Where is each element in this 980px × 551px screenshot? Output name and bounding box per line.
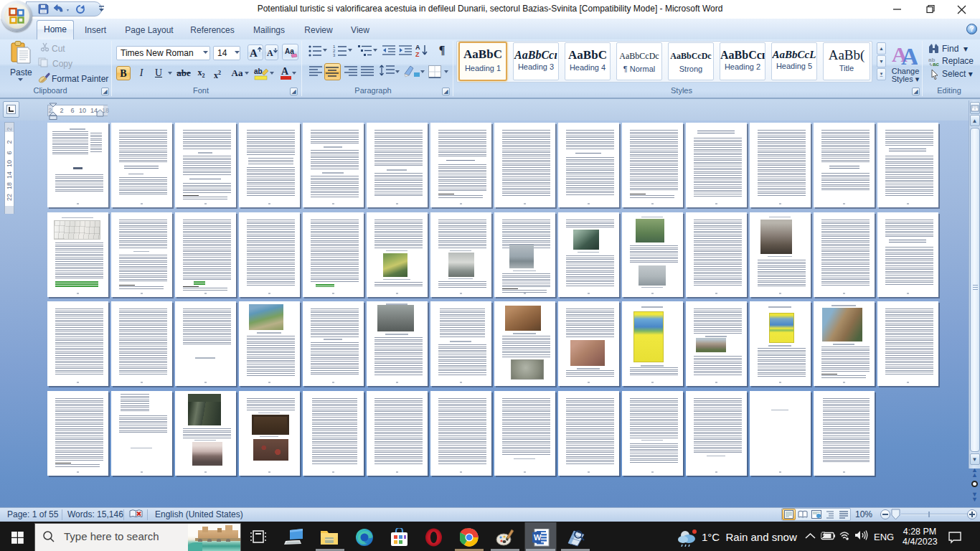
svg-text:ac: ac: [933, 61, 939, 67]
svg-text:A: A: [415, 44, 420, 51]
svg-text:W: W: [534, 533, 542, 542]
svg-text:A: A: [281, 66, 289, 77]
svg-text:Z: Z: [415, 51, 420, 58]
svg-text:ab: ab: [254, 67, 263, 75]
svg-text:A: A: [267, 48, 273, 58]
svg-text:A: A: [901, 43, 918, 67]
svg-text:Aa: Aa: [285, 47, 294, 55]
svg-text:A: A: [250, 47, 258, 59]
svg-text:3: 3: [333, 53, 336, 57]
